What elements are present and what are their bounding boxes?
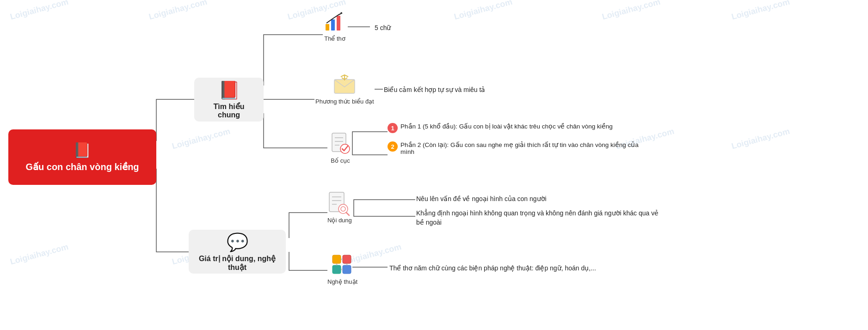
leaf-bieu-cam: Biểu cảm kết hợp tự sự và miêu tả xyxy=(384,86,485,93)
noi-dung-icon xyxy=(327,192,351,216)
watermark: Loigiaihay.com xyxy=(601,0,661,22)
svg-rect-20 xyxy=(332,265,341,274)
bo-cuc-text-1: Phần 1 (5 khổ đầu): Gấu con bị loài vật … xyxy=(400,122,613,130)
bo-cuc-item-2: 2 Phần 2 (Còn lại): Gấu con sau nghe mẹ … xyxy=(388,141,646,155)
icon-bo-cuc: Bố cục xyxy=(328,132,352,164)
the-tho-label: Thể thơ xyxy=(324,35,345,42)
watermark: Loigiaihay.com xyxy=(9,242,69,267)
watermark: Loigiaihay.com xyxy=(171,127,231,152)
leaf-5-chu: 5 chữ xyxy=(375,24,391,31)
noi-dung-text-1: Nêu lên vấn đề về ngoại hình của con ngư… xyxy=(416,195,547,202)
icon-phuong-thuc: Phương thức biểu đạt xyxy=(315,73,374,105)
branch-tim-hieu-label: Tìm hiểu chung xyxy=(202,102,256,119)
svg-line-16 xyxy=(346,213,349,215)
svg-rect-21 xyxy=(343,265,351,274)
branch-gia-tri-icon: 💬 xyxy=(227,232,248,252)
svg-rect-1 xyxy=(331,19,335,31)
bo-cuc-text-2: Phần 2 (Còn lại): Gấu con sau nghe mẹ gi… xyxy=(400,141,646,155)
bo-cuc-label: Bố cục xyxy=(331,157,350,164)
branch-tim-hieu-icon: 📕 xyxy=(218,80,240,100)
watermark: Loigiaihay.com xyxy=(453,0,513,22)
watermark: Loigiaihay.com xyxy=(148,0,208,22)
watermark: Loigiaihay.com xyxy=(730,127,791,152)
num-circle-2: 2 xyxy=(388,141,398,152)
svg-rect-2 xyxy=(337,16,340,31)
num-circle-1: 1 xyxy=(388,123,398,133)
root-title: Gấu con chân vòng kiềng xyxy=(25,161,139,173)
icon-noi-dung: Nội dung xyxy=(327,192,352,224)
svg-rect-18 xyxy=(332,255,341,263)
svg-rect-0 xyxy=(326,24,329,31)
root-node: 📕 Gấu con chân vòng kiềng xyxy=(8,129,156,185)
watermark: Loigiaihay.com xyxy=(9,0,69,22)
icon-the-tho: Thể thơ xyxy=(323,10,347,42)
bo-cuc-icon xyxy=(328,132,352,156)
watermark: Loigiaihay.com xyxy=(730,0,791,22)
the-tho-icon xyxy=(323,10,347,34)
noi-dung-label: Nội dung xyxy=(327,217,352,224)
branch-gia-tri-label: Giá trị nội dung, nghệ thuật xyxy=(196,254,278,272)
mindmap-container: Loigiaihay.com Loigiaihay.com Loigiaihay… xyxy=(0,0,868,330)
branch-gia-tri: 💬 Giá trị nội dung, nghệ thuật xyxy=(189,230,286,274)
nghe-thuat-icon xyxy=(331,253,355,277)
nghe-thuat-label: Nghệ thuật xyxy=(327,278,357,285)
noi-dung-text-2: Khẳng định ngoại hình không quan trọng v… xyxy=(416,209,666,227)
root-icon: 📕 xyxy=(73,141,92,159)
branch-tim-hieu-chung: 📕 Tìm hiểu chung xyxy=(194,78,264,122)
leaf-nghe-thuat: Thể thơ năm chữ cùng các biện pháp nghệ … xyxy=(389,264,596,272)
phuong-thuc-label: Phương thức biểu đạt xyxy=(315,98,374,105)
phuong-thuc-icon xyxy=(332,73,357,97)
svg-rect-19 xyxy=(343,255,351,263)
bo-cuc-item-1: 1 Phần 1 (5 khổ đầu): Gấu con bị loài vậ… xyxy=(388,122,613,133)
icon-nghe-thuat: Nghệ thuật xyxy=(327,253,357,285)
